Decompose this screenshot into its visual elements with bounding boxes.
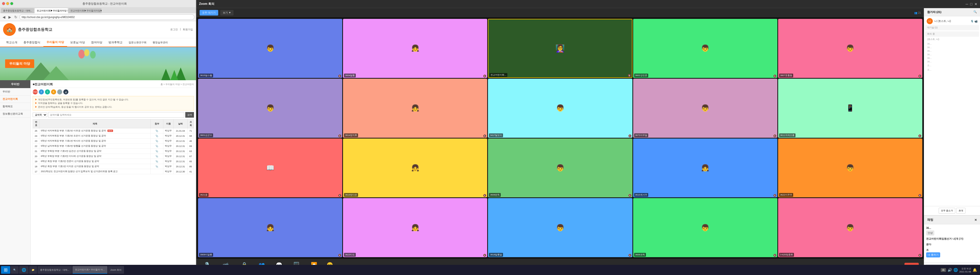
video-cell-3614[interactable]: 👧3614장지후🔇 [343,79,487,138]
login-link[interactable]: 로그인 [170,28,178,31]
cell-author: 박상우 [163,169,173,174]
browser-tab-3[interactable]: 전교어린이회▶우리들의마당▶.... [68,8,102,13]
nav-participate[interactable]: 참여마당 [88,38,105,46]
all-participants-btn[interactable]: 모두 대기기 [200,10,218,16]
table-row[interactable]: 25 5학년 여자부회장 부분 기호2반 이유경 선거운동 동영상 및 공약 N… [33,128,194,133]
taskbar-notification-icon[interactable]: 🔔 [973,268,977,272]
taskbar-network-icon[interactable]: 🌐 [953,268,958,272]
nav-school-food[interactable]: 충주중앙합식 [21,38,43,46]
taskbar-ai-label: Ai [941,268,946,272]
mute-all-btn[interactable]: 모두 음소거 [939,208,956,213]
taskbar-volume-icon[interactable]: 🔊 [948,268,952,272]
video-cell-3606[interactable]: 👦3606판독🔇 [488,139,632,198]
taskbar-browser-tab1[interactable]: 충주중앙합초등학교 - 대메... [38,266,72,274]
post-link[interactable]: 6학년 회장 부분 기호2반 전준이 선거운동 동영상 및 공약 [41,160,99,163]
participant-host[interactable]: 나 나 (호스트, 나) 🎙️ 📹 [925,17,979,25]
taskbar-edge-icon[interactable]: 🌐 [19,266,29,274]
mic-off-icon: 🔇 [918,254,921,257]
sidebar-item-student-council[interactable]: 전교어린이회 [0,95,30,103]
taskbar-browser-tab2[interactable]: 전교어린이회 • 우리들의 마... [73,266,107,274]
taskbar-search[interactable]: 🔍 [11,266,19,274]
search-category-select[interactable]: 글제목 내용 글쓴이 [33,112,47,117]
video-cell-3621[interactable]: 📖3621용🔇 [198,139,342,198]
participants-search-icon[interactable]: 🔍 [974,10,977,14]
chat-close-icon[interactable]: ✕ [974,218,977,222]
browser-tab-1[interactable]: 충주중앙합초등학교 - 대메... [1,8,34,13]
video-cell-3818[interactable]: 👦3818달롱달🔇 [488,198,632,257]
zoom-close-btn[interactable]: ✕ [974,2,977,6]
sidebar-item-our-class[interactable]: 우리반 [0,88,30,95]
nav-school-intro[interactable]: 학교소개 [3,38,21,46]
nav-admin[interactable]: 행정실유관리 [150,39,171,46]
browser-tab-2[interactable]: 전교어린이회▶우리들의마당 ▶ [35,8,68,13]
kakao-icon[interactable]: K [51,89,56,95]
video-cell-3623[interactable]: 👧3623다도🔇 [343,198,487,257]
post-link[interactable]: 5학년 여자부회장 부분 기호2반 이유경 선거운동 동영상 및 공약 [41,130,106,132]
minimize-window-btn[interactable] [6,2,9,5]
twitter-icon[interactable]: t [45,89,50,95]
content-notices: 개인정보(주민등록번호, 여권번호 등)를 등록할 수 없으며, 타인 글은 지… [33,96,194,111]
rss-icon[interactable]: RSS [33,89,38,95]
search-button[interactable]: 검색 [185,112,194,118]
video-cell-3615[interactable]: 👦3615달스텔🔇 [198,19,342,78]
post-link[interactable]: 5학년 여자부회장 부분 기호1반 박사라 선거운동 동영상 및 공약 [41,139,106,142]
video-cell-3606b[interactable]: 👦3606판독🔇 [633,198,777,257]
video-cell-3601[interactable]: 👦3601김군수🔇 [198,79,342,138]
post-link[interactable]: 2021학년도 전교어린이회 임원단 선거 입후보자 및 선거관리위원 등록 공… [41,170,118,173]
video-cell-3417[interactable]: 👦3417달모이🔇 [488,79,632,138]
post-link[interactable]: 5학년 여자부회장 부분 기호2반 조은이 선거운동 동영상 및 공약 [41,134,106,137]
nav-afterschool[interactable]: 방과후학교 [105,38,126,46]
video-cell-3611[interactable]: 📱3611차제조롱🔇 [778,79,922,138]
table-row[interactable]: 24 5학년 여자부회장 부분 기호2반 조은이 선거운동 동영상 및 공약 📎… [33,133,194,139]
reload-btn[interactable]: ↻ [13,14,18,20]
back-btn[interactable]: ◀ [2,14,6,20]
zoom-minimize-btn[interactable]: ─ [966,2,968,6]
browser-nav-bar: ◀ ▶ ↻ [0,13,196,21]
chat-msg-4: 조 네 통하기 [926,248,978,258]
cell-attach: 📎 [151,149,163,154]
table-row[interactable]: 18 6학년 회장 부분 기호1반 이지은 선거운동 동영상 및 공약 📎 박상… [33,164,194,169]
sidebar-item-ethics[interactable]: 정보통신윤리교육 [0,110,30,118]
post-link[interactable]: 5학년 남자부회장 부분 기호2반 탕행물 선거운동 동영상 및 공약 [41,145,106,147]
link-icon[interactable]: 🔗 [57,89,62,95]
taskbar-right: Ai 🔊 🌐 오전 9:12 2021-01-06 🔔 [941,267,979,273]
video-cell-3807[interactable]: 👦3807문홍동🔇 [778,19,922,78]
zoom-maximize-btn[interactable]: □ [970,2,972,6]
start-button[interactable]: ⊞ [1,266,10,274]
sidebar-item-together[interactable]: 함께해요 [0,103,30,110]
video-cell-3619[interactable]: 👧3619정다은🔇 [343,139,487,198]
nav-research[interactable]: 업문소현연구회 [126,39,150,46]
print-icon[interactable]: 🖨 [63,89,68,95]
search-input[interactable] [48,112,184,118]
close-window-btn[interactable] [2,2,5,5]
table-row[interactable]: 23 5학년 여자부회장 부분 기호1반 박사라 선거운동 동영상 및 공약 📎… [33,139,194,144]
address-bar[interactable] [19,14,194,20]
register-link[interactable]: 회원가입 [183,28,193,31]
view-btn[interactable]: 보기 ▼ [220,10,234,16]
taskbar-explorer[interactable]: 📁 [29,266,37,274]
table-row[interactable]: 21 6학년 부회장 부분 기호1반 김건선 선거운동 동영상 및 공약 📎 박… [33,149,194,154]
video-cell-3909[interactable]: 👧3909이달롱🔇 [198,198,342,257]
video-cell-3602[interactable]: 👦3602강민준🔇 [633,19,777,78]
video-cell-3604[interactable]: 👧3604달릉🔇 [343,19,487,78]
forward-btn[interactable]: ▶ [7,14,12,20]
video-cell-3622[interactable]: 👦3622이주우🔇 [778,139,922,198]
cell-num: 21 [33,149,39,154]
video-cell-3673[interactable]: 👦3673아무알🔇 [633,79,777,138]
post-link[interactable]: 6학년 부회장 부분 기호2반 이다에 선거운동 동영상 및 공약 [41,155,101,157]
table-row[interactable]: 17 2021학년도 전교어린이회 임원단 선거 입후보자 및 선거관리위원 등… [33,169,194,174]
table-row[interactable]: 19 6학년 회장 부분 기호2반 전준이 선거운동 동영상 및 공약 📎 박상… [33,159,194,164]
maximize-window-btn[interactable] [10,2,13,5]
post-link[interactable]: 6학년 부회장 부분 기호1반 김건선 선거운동 동영상 및 공약 [41,150,101,152]
facebook-icon[interactable]: f [39,89,44,95]
post-link[interactable]: 6학년 회장 부분 기호1반 이지은 선거운동 동영상 및 공약 [41,165,99,168]
taskbar-zoom[interactable]: Zoom 회의 [108,266,124,274]
nav-parent[interactable]: 보호님 마당 [67,38,88,46]
nav-our-yard[interactable]: 우리들의 마당 [43,38,67,47]
table-row[interactable]: 22 5학년 남자부회장 부분 기호2반 탕행물 선거운동 동영상 및 공약 📎… [33,144,194,149]
table-row[interactable]: 20 6학년 부회장 부분 기호2반 이다에 선거운동 동영상 및 공약 📎 박… [33,154,194,159]
video-cell-teacher[interactable]: 👩‍🏫전교어린이회...🔇 [488,19,632,78]
video-cell-3625[interactable]: 👦3-625탕종류🔇 [778,198,922,257]
invite-btn[interactable]: 초대 [956,208,966,213]
video-cell-3610[interactable]: 👧3610최서우🔇 [633,139,777,198]
